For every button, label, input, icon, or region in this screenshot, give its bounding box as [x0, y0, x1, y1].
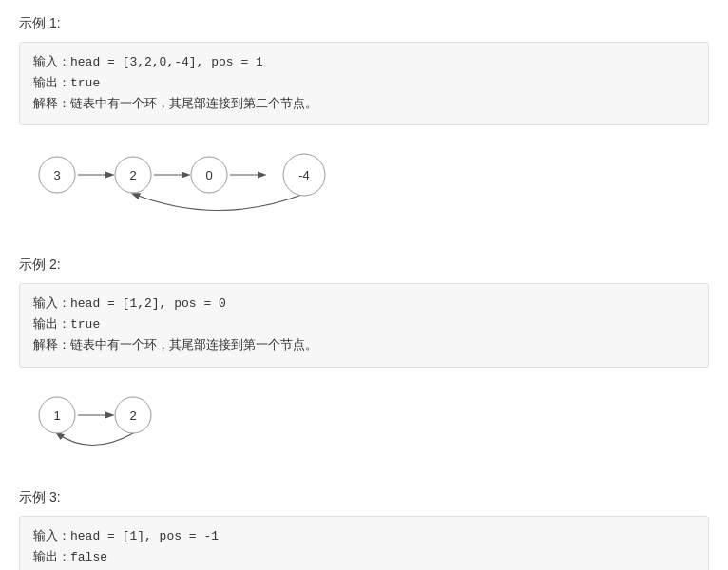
example-2-code: 输入：head = [1,2], pos = 0 输出：true 解释：链表中有… [19, 283, 709, 367]
example-1-input: 输入：head = [3,2,0,-4], pos = 1 [33, 52, 695, 73]
node-1-4: -4 [298, 168, 310, 182]
diagram-2-svg: 1 2 [29, 389, 219, 465]
node-1-1: 3 [53, 168, 60, 182]
diagram-1-svg: 3 2 0 -4 [29, 146, 352, 232]
example-3-code: 输入：head = [1], pos = -1 输出：false 解释：链表中没… [19, 516, 709, 570]
example-2-title: 示例 2: [19, 256, 709, 274]
example-3-title: 示例 3: [19, 489, 709, 506]
example-2-output: 输出：true [33, 314, 695, 335]
example-2-explain: 解释：链表中有一个环，其尾部连接到第一个节点。 [33, 335, 695, 356]
example-3: 示例 3: 输入：head = [1], pos = -1 输出：false 解… [19, 489, 709, 570]
node-2-2: 2 [129, 408, 136, 423]
example-2-input: 输入：head = [1,2], pos = 0 [33, 294, 695, 314]
example-2: 示例 2: 输入：head = [1,2], pos = 0 输出：true 解… [19, 256, 709, 471]
example-1-code: 输入：head = [3,2,0,-4], pos = 1 输出：true 解释… [19, 42, 709, 125]
example-3-input: 输入：head = [1], pos = -1 [33, 526, 695, 547]
node-1-2: 2 [129, 168, 136, 182]
example-1-explain: 解释：链表中有一个环，其尾部连接到第二个节点。 [33, 94, 695, 115]
example-1-title: 示例 1: [19, 15, 709, 32]
diagram-1: 3 2 0 -4 [19, 139, 709, 239]
example-1: 示例 1: 输入：head = [3,2,0,-4], pos = 1 输出：t… [19, 15, 709, 239]
diagram-2: 1 2 [19, 381, 709, 472]
node-2-1: 1 [53, 408, 60, 423]
example-1-output: 输出：true [33, 73, 695, 94]
example-3-output: 输出：false [33, 547, 695, 568]
node-1-3: 0 [205, 168, 212, 182]
